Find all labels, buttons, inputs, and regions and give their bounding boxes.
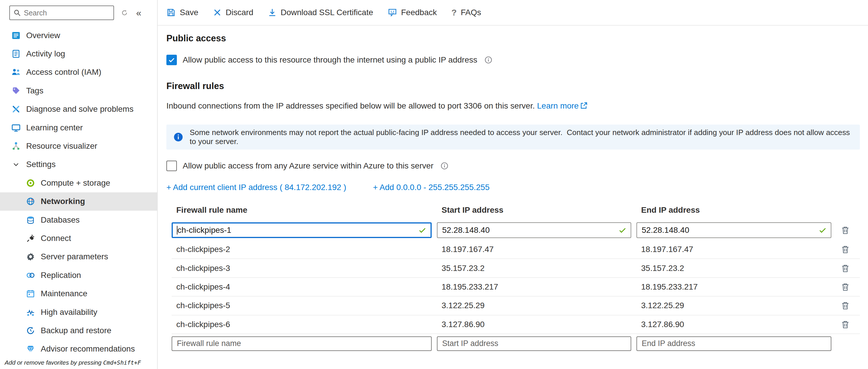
sidebar-item-high-availability[interactable]: High availability [0,303,157,321]
faqs-button[interactable]: ? FAQs [452,7,481,18]
new-end-ip-input[interactable] [637,336,831,351]
public-access-checkbox-row: Allow public access to this resource thr… [166,55,860,65]
firewall-description: Inbound connections from the IP addresse… [166,101,860,111]
rule-name-cell: ch-clickpipes-4 [172,282,432,291]
public-access-checkbox[interactable] [166,55,177,65]
delete-rule-button[interactable] [840,263,851,274]
sidebar-item-learning-center[interactable]: Learning center [0,118,157,137]
maintenance-calendar-icon [26,289,35,299]
column-header-end-ip: End IP address [637,206,831,215]
search-input[interactable] [24,9,110,17]
trash-icon [841,226,850,235]
feedback-button[interactable]: Feedback [388,8,437,17]
start-ip-cell: 3.122.25.29 [437,301,631,310]
save-button[interactable]: Save [166,8,198,17]
refresh-menu-button[interactable] [120,8,129,18]
delete-rule-button[interactable] [840,244,851,255]
rule-name-cell: ch-clickpipes-3 [172,264,432,273]
resource-menu: Overview Activity log Access control (IA… [0,26,157,358]
refresh-icon [121,9,128,16]
resource-menu-sidebar: « Overview Activity log Access control (… [0,0,158,369]
delete-rule-button[interactable] [840,281,851,293]
new-start-ip-input[interactable] [437,336,631,351]
sidebar-item-networking[interactable]: Networking [0,192,157,211]
replication-icon [26,270,35,280]
info-tooltip-icon[interactable] [484,56,493,64]
learn-more-link[interactable]: Learn more [537,101,587,110]
collapse-menu-button[interactable]: « [135,7,143,19]
firewall-rules-table: Firewall rule name Start IP address End … [172,200,860,353]
sidebar-item-compute-storage[interactable]: Compute + storage [0,174,157,192]
chevron-down-icon [11,159,21,170]
delete-rule-button[interactable] [840,300,851,311]
sidebar-item-label: High availability [41,308,97,317]
end-ip-input[interactable] [642,225,816,235]
sidebar-searchbox [9,5,114,20]
sidebar-item-label: Activity log [26,49,65,59]
table-row: ch-clickpipes-6 3.127.86.90 3.127.86.90 [172,315,860,334]
favorites-hint-text: Add or remove favorites by pressing [5,359,103,366]
backup-restore-icon [26,326,35,336]
command-bar: Save Discard Download SSL Certificate Fe… [158,0,868,26]
sidebar-item-label: Overview [26,31,60,40]
end-ip-field [637,222,831,238]
connect-plug-icon [26,234,35,243]
favorites-hint: Add or remove favorites by pressing Cmd+… [0,358,157,369]
sidebar-item-databases[interactable]: Databases [0,211,157,229]
azure-services-checkbox[interactable] [166,161,177,171]
add-client-ip-link[interactable]: + Add current client IP address ( 84.172… [166,183,346,192]
sidebar-item-server-parameters[interactable]: Server parameters [0,248,157,266]
iam-people-icon [11,67,21,77]
sidebar-group-settings[interactable]: Settings [0,155,157,174]
sidebar-item-tags[interactable]: Tags [0,82,157,100]
end-ip-cell: 18.195.233.217 [637,282,831,291]
networking-content: Public access Allow public access to thi… [158,26,868,353]
azure-services-checkbox-label: Allow public access from any Azure servi… [183,161,433,171]
sidebar-item-label: Resource visualizer [26,142,97,151]
download-ssl-certificate-button[interactable]: Download SSL Certificate [268,8,373,17]
start-ip-input[interactable] [442,225,616,235]
new-rule-name-input[interactable] [172,336,432,351]
checkmark-icon [168,56,176,64]
sidebar-item-access-control[interactable]: Access control (IAM) [0,63,157,82]
delete-rule-button[interactable] [840,319,851,330]
rule-name-cell: ch-clickpipes-5 [172,301,432,310]
sidebar-item-label: Networking [41,197,85,206]
sidebar-item-diagnose[interactable]: Diagnose and solve problems [0,100,157,118]
sidebar-item-activity-log[interactable]: Activity log [0,44,157,63]
start-ip-cell: 3.127.86.90 [437,320,631,329]
rule-name-input[interactable] [178,225,415,235]
sidebar-item-overview[interactable]: Overview [0,26,157,44]
azure-services-checkbox-row: Allow public access from any Azure servi… [166,161,860,171]
resource-visualizer-icon [11,141,21,151]
sidebar-item-resource-visualizer[interactable]: Resource visualizer [0,137,157,155]
public-access-checkbox-label: Allow public access to this resource thr… [183,55,477,65]
compute-storage-icon [26,178,35,188]
sidebar-group-label: Settings [26,160,56,169]
info-tooltip-icon[interactable] [440,162,448,170]
sidebar-item-label: Server parameters [41,252,108,261]
banner-text: Some network environments may not report… [190,128,853,146]
start-ip-cell: 18.197.167.47 [437,245,631,254]
sidebar-item-backup-restore[interactable]: Backup and restore [0,321,157,340]
sidebar-item-connect[interactable]: Connect [0,229,157,247]
add-ip-range-link[interactable]: + Add 0.0.0.0 - 255.255.255.255 [373,183,490,192]
public-access-heading: Public access [166,33,860,44]
sidebar-item-label: Diagnose and solve problems [26,104,133,114]
sidebar-search-bar: « [0,0,157,26]
collapse-chevrons-icon: « [136,8,142,18]
column-header-start-ip: Start IP address [437,206,631,215]
start-ip-cell: 35.157.23.2 [437,264,631,273]
trash-icon [841,245,850,254]
sidebar-item-advisor-recommendations[interactable]: Advisor recommendations [0,340,157,358]
delete-rule-button[interactable] [840,225,851,236]
sidebar-item-label: Access control (IAM) [26,67,101,77]
valid-check-icon [618,226,626,234]
networking-globe-icon [26,196,35,206]
sidebar-item-label: Backup and restore [41,326,112,335]
download-icon [268,8,277,17]
sidebar-item-label: Maintenance [41,289,87,298]
discard-button[interactable]: Discard [213,8,253,17]
sidebar-item-maintenance[interactable]: Maintenance [0,284,157,303]
sidebar-item-replication[interactable]: Replication [0,266,157,284]
